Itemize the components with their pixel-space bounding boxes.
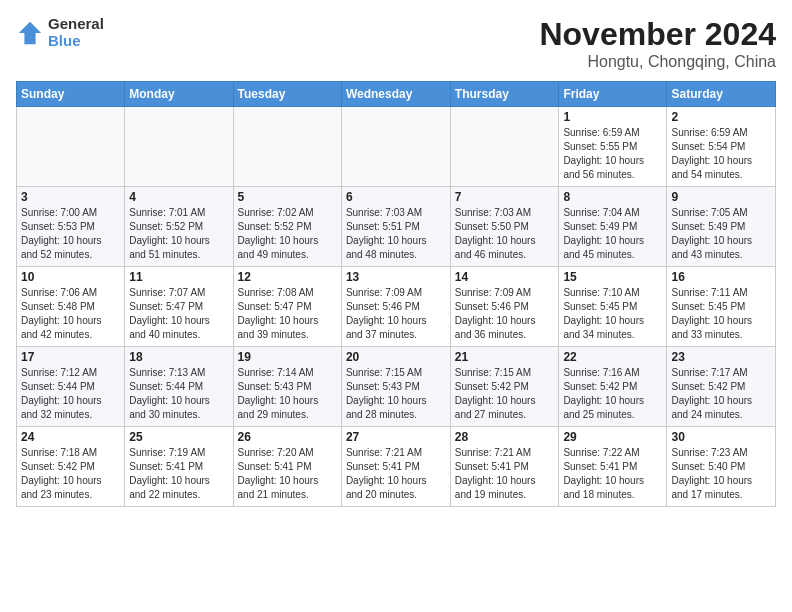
calendar-cell: [450, 107, 559, 187]
calendar-cell: 28Sunrise: 7:21 AM Sunset: 5:41 PM Dayli…: [450, 427, 559, 507]
day-info: Sunrise: 7:00 AM Sunset: 5:53 PM Dayligh…: [21, 206, 120, 262]
calendar-cell: 26Sunrise: 7:20 AM Sunset: 5:41 PM Dayli…: [233, 427, 341, 507]
calendar-cell: 14Sunrise: 7:09 AM Sunset: 5:46 PM Dayli…: [450, 267, 559, 347]
day-number: 28: [455, 430, 555, 444]
day-number: 21: [455, 350, 555, 364]
weekday-header: Thursday: [450, 82, 559, 107]
calendar-cell: 12Sunrise: 7:08 AM Sunset: 5:47 PM Dayli…: [233, 267, 341, 347]
calendar-week-row: 24Sunrise: 7:18 AM Sunset: 5:42 PM Dayli…: [17, 427, 776, 507]
day-info: Sunrise: 7:23 AM Sunset: 5:40 PM Dayligh…: [671, 446, 771, 502]
day-number: 6: [346, 190, 446, 204]
day-info: Sunrise: 7:22 AM Sunset: 5:41 PM Dayligh…: [563, 446, 662, 502]
day-info: Sunrise: 7:14 AM Sunset: 5:43 PM Dayligh…: [238, 366, 337, 422]
day-number: 19: [238, 350, 337, 364]
calendar-cell: 13Sunrise: 7:09 AM Sunset: 5:46 PM Dayli…: [341, 267, 450, 347]
day-info: Sunrise: 7:04 AM Sunset: 5:49 PM Dayligh…: [563, 206, 662, 262]
day-number: 24: [21, 430, 120, 444]
day-number: 1: [563, 110, 662, 124]
weekday-header: Wednesday: [341, 82, 450, 107]
weekday-header: Saturday: [667, 82, 776, 107]
day-number: 3: [21, 190, 120, 204]
day-info: Sunrise: 6:59 AM Sunset: 5:55 PM Dayligh…: [563, 126, 662, 182]
weekday-header: Tuesday: [233, 82, 341, 107]
day-info: Sunrise: 7:17 AM Sunset: 5:42 PM Dayligh…: [671, 366, 771, 422]
calendar-cell: 9Sunrise: 7:05 AM Sunset: 5:49 PM Daylig…: [667, 187, 776, 267]
logo-blue: Blue: [48, 33, 104, 50]
day-number: 7: [455, 190, 555, 204]
title-area: November 2024 Hongtu, Chongqing, China: [539, 16, 776, 71]
day-number: 18: [129, 350, 228, 364]
day-info: Sunrise: 7:11 AM Sunset: 5:45 PM Dayligh…: [671, 286, 771, 342]
calendar-week-row: 1Sunrise: 6:59 AM Sunset: 5:55 PM Daylig…: [17, 107, 776, 187]
day-number: 30: [671, 430, 771, 444]
weekday-header: Friday: [559, 82, 667, 107]
day-info: Sunrise: 7:20 AM Sunset: 5:41 PM Dayligh…: [238, 446, 337, 502]
weekday-header-row: SundayMondayTuesdayWednesdayThursdayFrid…: [17, 82, 776, 107]
day-info: Sunrise: 7:16 AM Sunset: 5:42 PM Dayligh…: [563, 366, 662, 422]
day-info: Sunrise: 7:13 AM Sunset: 5:44 PM Dayligh…: [129, 366, 228, 422]
calendar-cell: 2Sunrise: 6:59 AM Sunset: 5:54 PM Daylig…: [667, 107, 776, 187]
calendar-cell: 24Sunrise: 7:18 AM Sunset: 5:42 PM Dayli…: [17, 427, 125, 507]
day-number: 22: [563, 350, 662, 364]
calendar-cell: 29Sunrise: 7:22 AM Sunset: 5:41 PM Dayli…: [559, 427, 667, 507]
calendar-table: SundayMondayTuesdayWednesdayThursdayFrid…: [16, 81, 776, 507]
logo-text: General Blue: [48, 16, 104, 49]
day-info: Sunrise: 7:09 AM Sunset: 5:46 PM Dayligh…: [455, 286, 555, 342]
day-number: 26: [238, 430, 337, 444]
day-number: 29: [563, 430, 662, 444]
day-number: 23: [671, 350, 771, 364]
calendar-cell: 8Sunrise: 7:04 AM Sunset: 5:49 PM Daylig…: [559, 187, 667, 267]
day-number: 15: [563, 270, 662, 284]
page-header: General Blue November 2024 Hongtu, Chong…: [16, 16, 776, 71]
day-info: Sunrise: 7:21 AM Sunset: 5:41 PM Dayligh…: [346, 446, 446, 502]
day-number: 16: [671, 270, 771, 284]
calendar-cell: 5Sunrise: 7:02 AM Sunset: 5:52 PM Daylig…: [233, 187, 341, 267]
calendar-cell: 25Sunrise: 7:19 AM Sunset: 5:41 PM Dayli…: [125, 427, 233, 507]
day-info: Sunrise: 7:12 AM Sunset: 5:44 PM Dayligh…: [21, 366, 120, 422]
calendar-cell: [341, 107, 450, 187]
day-number: 2: [671, 110, 771, 124]
calendar-cell: 21Sunrise: 7:15 AM Sunset: 5:42 PM Dayli…: [450, 347, 559, 427]
day-number: 25: [129, 430, 228, 444]
calendar-cell: 10Sunrise: 7:06 AM Sunset: 5:48 PM Dayli…: [17, 267, 125, 347]
svg-marker-0: [19, 21, 41, 43]
calendar-week-row: 10Sunrise: 7:06 AM Sunset: 5:48 PM Dayli…: [17, 267, 776, 347]
day-info: Sunrise: 7:15 AM Sunset: 5:42 PM Dayligh…: [455, 366, 555, 422]
weekday-header: Sunday: [17, 82, 125, 107]
calendar-cell: 6Sunrise: 7:03 AM Sunset: 5:51 PM Daylig…: [341, 187, 450, 267]
day-number: 27: [346, 430, 446, 444]
day-info: Sunrise: 7:03 AM Sunset: 5:50 PM Dayligh…: [455, 206, 555, 262]
calendar-cell: 17Sunrise: 7:12 AM Sunset: 5:44 PM Dayli…: [17, 347, 125, 427]
day-number: 12: [238, 270, 337, 284]
day-info: Sunrise: 7:09 AM Sunset: 5:46 PM Dayligh…: [346, 286, 446, 342]
calendar-cell: 19Sunrise: 7:14 AM Sunset: 5:43 PM Dayli…: [233, 347, 341, 427]
day-info: Sunrise: 7:15 AM Sunset: 5:43 PM Dayligh…: [346, 366, 446, 422]
calendar-cell: [233, 107, 341, 187]
calendar-cell: [17, 107, 125, 187]
day-info: Sunrise: 7:18 AM Sunset: 5:42 PM Dayligh…: [21, 446, 120, 502]
calendar-cell: 11Sunrise: 7:07 AM Sunset: 5:47 PM Dayli…: [125, 267, 233, 347]
calendar-cell: 22Sunrise: 7:16 AM Sunset: 5:42 PM Dayli…: [559, 347, 667, 427]
day-number: 17: [21, 350, 120, 364]
day-info: Sunrise: 7:05 AM Sunset: 5:49 PM Dayligh…: [671, 206, 771, 262]
calendar-cell: 15Sunrise: 7:10 AM Sunset: 5:45 PM Dayli…: [559, 267, 667, 347]
day-number: 5: [238, 190, 337, 204]
day-info: Sunrise: 7:21 AM Sunset: 5:41 PM Dayligh…: [455, 446, 555, 502]
logo: General Blue: [16, 16, 104, 49]
calendar-cell: [125, 107, 233, 187]
calendar-cell: 23Sunrise: 7:17 AM Sunset: 5:42 PM Dayli…: [667, 347, 776, 427]
calendar-cell: 16Sunrise: 7:11 AM Sunset: 5:45 PM Dayli…: [667, 267, 776, 347]
calendar-cell: 30Sunrise: 7:23 AM Sunset: 5:40 PM Dayli…: [667, 427, 776, 507]
calendar-header: SundayMondayTuesdayWednesdayThursdayFrid…: [17, 82, 776, 107]
month-title: November 2024: [539, 16, 776, 53]
day-number: 4: [129, 190, 228, 204]
day-info: Sunrise: 6:59 AM Sunset: 5:54 PM Dayligh…: [671, 126, 771, 182]
day-info: Sunrise: 7:07 AM Sunset: 5:47 PM Dayligh…: [129, 286, 228, 342]
day-info: Sunrise: 7:01 AM Sunset: 5:52 PM Dayligh…: [129, 206, 228, 262]
calendar-cell: 1Sunrise: 6:59 AM Sunset: 5:55 PM Daylig…: [559, 107, 667, 187]
calendar-cell: 7Sunrise: 7:03 AM Sunset: 5:50 PM Daylig…: [450, 187, 559, 267]
day-info: Sunrise: 7:06 AM Sunset: 5:48 PM Dayligh…: [21, 286, 120, 342]
day-number: 8: [563, 190, 662, 204]
day-number: 11: [129, 270, 228, 284]
calendar-week-row: 17Sunrise: 7:12 AM Sunset: 5:44 PM Dayli…: [17, 347, 776, 427]
